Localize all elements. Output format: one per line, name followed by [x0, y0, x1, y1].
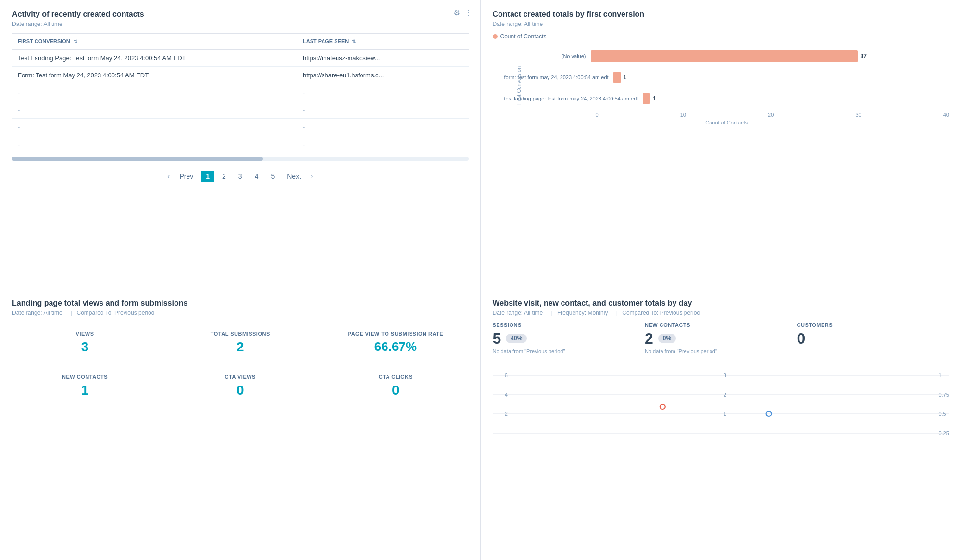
svg-text:1: 1 [723, 411, 726, 416]
kpi-sub: No data from "Previous period" [645, 348, 797, 354]
kpi-badge: 0% [658, 334, 676, 343]
x-axis: 010203040 [504, 112, 949, 118]
metric-value: 2 [237, 339, 244, 355]
prev-button[interactable]: Prev [175, 171, 198, 182]
cell-first-conversion: Form: Test form May 24, 2023 4:00:54 AM … [12, 67, 297, 84]
bar-value: 1 [653, 95, 656, 102]
activity-table-wrapper: First Conversion ⇅ Last Page Seen ⇅ Test… [12, 33, 469, 164]
x-tick: 10 [680, 112, 686, 118]
kpi-badge: 40% [506, 334, 527, 343]
website-panel: Website visit, new contact, and customer… [481, 289, 961, 560]
metric-item: New Contacts 1 [12, 374, 158, 398]
col-last-page-seen[interactable]: Last Page Seen ⇅ [297, 34, 468, 50]
bar-track: 1 [613, 71, 949, 84]
next-button[interactable]: Next [282, 171, 306, 182]
bar-fill [643, 93, 650, 104]
bar-label: (No value) [504, 53, 591, 60]
page-3-button[interactable]: 3 [234, 171, 247, 182]
cell-last-page: https://share-eu1.hsforms.c... [297, 67, 468, 84]
metric-value: 1 [81, 383, 89, 398]
bar-chart-date-range: Date range: All time [493, 21, 949, 27]
cell-first-conversion: Test Landing Page: Test form May 24, 202… [12, 50, 297, 67]
bar-row: (No value) 37 [504, 50, 949, 63]
kpi-value-row: 0 [797, 330, 949, 348]
prev-nav[interactable]: ‹ [165, 170, 172, 183]
kpi-value: 0 [797, 330, 806, 348]
bar-row: form: test form may 24, 2023 4:00:54 am … [504, 71, 949, 84]
svg-text:6: 6 [504, 373, 507, 378]
svg-text:2: 2 [723, 392, 726, 397]
cell-last-page: - [297, 84, 468, 101]
kpi-block: Customers 0 [797, 322, 949, 354]
landing-subtitle: Date range: All time | Compared To: Prev… [12, 310, 469, 316]
metric-item: Views 3 [12, 331, 158, 355]
filter-icon[interactable]: ⚙ [453, 8, 460, 17]
cell-first-conversion: - [12, 119, 297, 136]
table-row: Form: Test form May 24, 2023 4:00:54 AM … [12, 67, 469, 84]
metric-label: CTA Views [225, 374, 256, 380]
website-panel-title: Website visit, new contact, and customer… [493, 299, 949, 308]
line-chart: 6 4 2 3 2 1 1 0.75 0.5 0.25 [493, 366, 949, 452]
metric-value: 0 [237, 383, 244, 398]
kpi-block: Sessions 5 40% No data from "Previous pe… [493, 322, 645, 354]
sort-icon-first-conversion: ⇅ [74, 39, 77, 44]
activity-table: First Conversion ⇅ Last Page Seen ⇅ Test… [12, 34, 469, 153]
table-row: - - [12, 136, 469, 153]
svg-text:1: 1 [938, 373, 941, 378]
dashboard: ⚙ ⋮ Activity of recently created contact… [0, 0, 961, 560]
kpi-value: 2 [645, 330, 653, 348]
cell-last-page: - [297, 136, 468, 153]
bar-fill [591, 50, 858, 62]
table-row: - - [12, 119, 469, 136]
activity-panel-title: Activity of recently created contacts [12, 10, 469, 19]
scroll-thumb [12, 157, 263, 161]
sessions-dot [660, 404, 665, 409]
metric-label: Total Submissions [211, 331, 270, 336]
col-first-conversion[interactable]: First Conversion ⇅ [12, 34, 297, 50]
x-axis-label: Count of Contacts [504, 120, 949, 125]
svg-text:4: 4 [504, 392, 507, 397]
metrics-grid: Views 3 Total Submissions 2 Page View to… [12, 331, 469, 398]
bar-label: test landing page: test form may 24, 202… [504, 95, 643, 102]
kpi-title: New Contacts [645, 322, 797, 328]
bar-fill [613, 72, 621, 83]
cell-last-page: - [297, 101, 468, 119]
chart-legend: Count of Contacts [493, 33, 547, 40]
table-row: - - [12, 101, 469, 119]
page-1-button[interactable]: 1 [201, 171, 214, 182]
cell-last-page: - [297, 119, 468, 136]
more-icon[interactable]: ⋮ [465, 8, 473, 17]
bar-chart-wrapper: First Conversion (No value) 37 form: tes… [504, 46, 949, 125]
x-tick: 20 [768, 112, 774, 118]
kpi-value-row: 2 0% [645, 330, 797, 348]
metric-value: 3 [81, 339, 89, 355]
bar-track: 37 [591, 50, 949, 63]
page-2-button[interactable]: 2 [217, 171, 231, 182]
kpi-value: 5 [493, 330, 501, 348]
cell-first-conversion: - [12, 101, 297, 119]
kpi-title: Customers [797, 322, 949, 328]
metric-label: New Contacts [62, 374, 108, 380]
kpi-title: Sessions [493, 322, 645, 328]
bar-value: 1 [624, 74, 627, 81]
kpi-block: New Contacts 2 0% No data from "Previous… [645, 322, 797, 354]
bar-chart-panel: Contact created totals by first conversi… [481, 0, 961, 289]
landing-panel-title: Landing page total views and form submis… [12, 299, 469, 308]
cell-last-page: https://mateusz-makosiew... [297, 50, 468, 67]
cell-first-conversion: - [12, 84, 297, 101]
metric-value: 66.67% [374, 339, 417, 354]
next-nav[interactable]: › [309, 170, 315, 183]
panel-actions: ⚙ ⋮ [453, 8, 473, 17]
svg-text:0.5: 0.5 [938, 411, 946, 416]
table-row: Test Landing Page: Test form May 24, 202… [12, 50, 469, 67]
svg-text:3: 3 [723, 373, 726, 378]
page-4-button[interactable]: 4 [250, 171, 263, 182]
y-axis-label: First Conversion [516, 66, 522, 105]
metric-label: Views [76, 331, 94, 336]
metric-value: 0 [392, 383, 399, 398]
page-5-button[interactable]: 5 [266, 171, 279, 182]
metric-label: CTA Clicks [379, 374, 412, 380]
scroll-track[interactable] [12, 157, 469, 161]
legend-dot [493, 34, 498, 39]
metric-item: Page View to Submission Rate 66.67% [323, 331, 468, 355]
